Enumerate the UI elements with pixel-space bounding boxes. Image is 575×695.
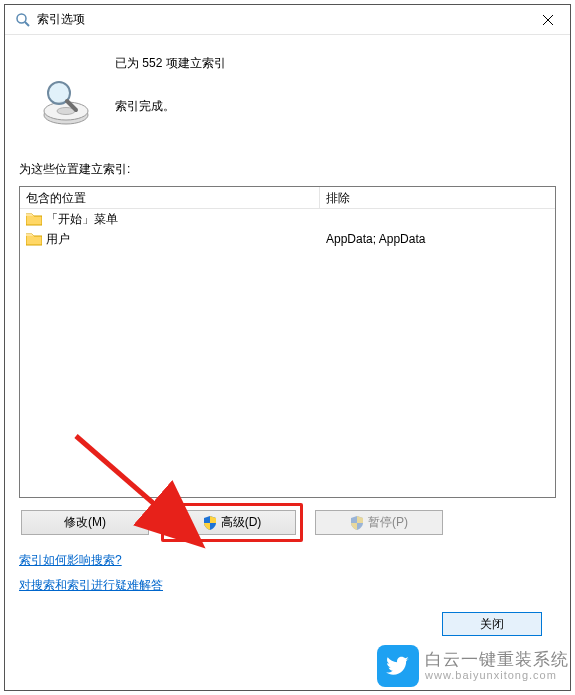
list-item[interactable]: 「开始」菜单 <box>20 209 555 229</box>
advanced-button-label: 高级(D) <box>221 514 262 531</box>
dialog-bottom: 关闭 <box>19 606 556 650</box>
svg-point-0 <box>17 14 26 23</box>
excluded-location: AppData; AppData <box>320 232 555 246</box>
link-troubleshoot[interactable]: 对搜索和索引进行疑难解答 <box>19 577 163 594</box>
included-location: 「开始」菜单 <box>46 211 118 228</box>
svg-line-1 <box>25 22 29 26</box>
locations-body: 「开始」菜单 用户 AppData; AppData <box>20 209 555 497</box>
pause-button-label: 暂停(P) <box>368 514 408 531</box>
list-item[interactable]: 用户 AppData; AppData <box>20 229 555 249</box>
link-help-search[interactable]: 索引如何影响搜索? <box>19 552 122 569</box>
help-links: 索引如何影响搜索? 对搜索和索引进行疑难解答 <box>19 552 556 602</box>
dialog-content: 已为 552 项建立索引 索引完成。 为这些位置建立索引: 包含的位置 排除 <box>5 35 570 690</box>
close-button[interactable]: 关闭 <box>442 612 542 636</box>
column-header-excluded[interactable]: 排除 <box>320 187 555 208</box>
status-area: 已为 552 项建立索引 索引完成。 <box>19 53 556 129</box>
close-icon[interactable] <box>525 5 570 34</box>
titlebar: 索引选项 <box>5 5 570 35</box>
highlight-box: 高级(D) <box>161 503 303 542</box>
locations-label: 为这些位置建立索引: <box>19 161 556 178</box>
folder-icon <box>26 232 42 246</box>
button-row: 修改(M) 高级(D) <box>19 510 556 542</box>
search-icon <box>15 12 31 28</box>
indexing-options-dialog: 索引选项 已为 552 项建立索引 索引完成。 <box>4 4 571 691</box>
dialog-title: 索引选项 <box>37 11 525 28</box>
locations-header: 包含的位置 排除 <box>20 187 555 209</box>
locations-listbox[interactable]: 包含的位置 排除 「开始」菜单 <box>19 186 556 498</box>
status-complete: 索引完成。 <box>115 98 226 115</box>
shield-icon <box>203 516 217 530</box>
folder-icon <box>26 212 42 226</box>
included-location: 用户 <box>46 231 70 248</box>
status-count: 已为 552 项建立索引 <box>115 55 226 72</box>
column-header-included[interactable]: 包含的位置 <box>20 187 320 208</box>
magnifier-drive-icon <box>39 75 93 129</box>
pause-button: 暂停(P) <box>315 510 443 535</box>
shield-icon <box>350 516 364 530</box>
modify-button[interactable]: 修改(M) <box>21 510 149 535</box>
advanced-button[interactable]: 高级(D) <box>168 510 296 535</box>
